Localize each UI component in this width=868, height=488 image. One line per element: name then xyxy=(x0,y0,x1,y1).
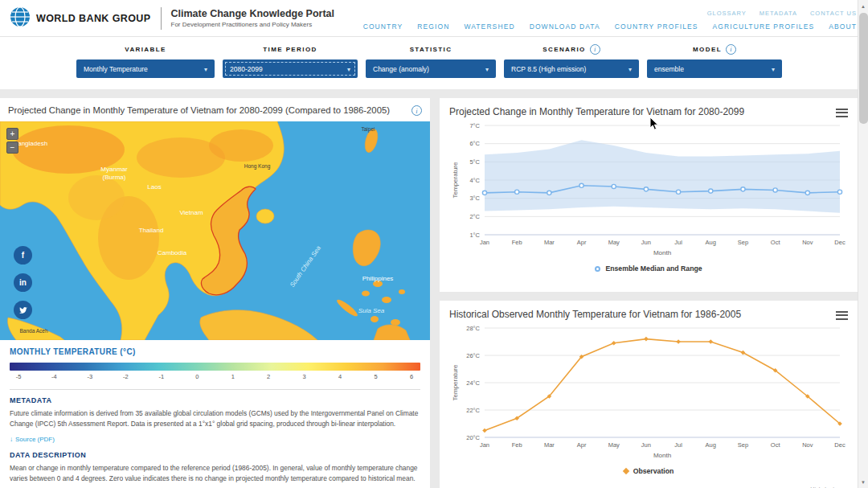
zoom-control: + − xyxy=(6,128,18,154)
worldbank-logo[interactable]: WORLD BANK GROUP xyxy=(10,6,151,31)
svg-text:Mar: Mar xyxy=(544,441,555,449)
map-label: Philippines xyxy=(362,275,394,282)
link-glossary[interactable]: GLOSSARY xyxy=(707,10,747,17)
link-contact-us[interactable]: CONTACT US xyxy=(810,10,857,17)
scrollbar-thumb[interactable] xyxy=(859,13,868,124)
nav-about[interactable]: ABOUT xyxy=(829,23,857,31)
chevron-down-icon xyxy=(772,65,775,73)
scroll-down-arrow-icon[interactable]: ▼ xyxy=(858,476,868,488)
variable-label: VARIABLE xyxy=(125,46,166,53)
time-period-dropdown[interactable]: 2080-2099 xyxy=(223,59,358,78)
scenario-dropdown[interactable]: RCP 8.5 (High emission) xyxy=(504,59,639,78)
legend-marker xyxy=(595,266,600,272)
nav-region[interactable]: REGION xyxy=(417,23,449,31)
logo-text: WORLD BANK GROUP xyxy=(36,13,151,24)
map-title: Projected Change in Monthly Temperature … xyxy=(8,105,390,115)
app-title: Climate Change Knowledge Portal xyxy=(171,8,335,19)
legend-tick: 6 xyxy=(404,373,419,380)
twitter-icon[interactable] xyxy=(14,301,32,319)
historical-chart-title: Historical Observed Monthly Temperature … xyxy=(449,309,741,320)
nav-watershed[interactable]: WATERSHED xyxy=(464,23,514,31)
legend-label[interactable]: Ensemble Median and Range xyxy=(605,265,702,273)
map-label: Vietnam xyxy=(179,209,203,216)
historical-chart: 20°C22°C24°C26°C28°CJanFebMarAprMayJunJu… xyxy=(449,322,848,466)
svg-text:1°C: 1°C xyxy=(469,232,480,239)
model-dropdown[interactable]: ensemble xyxy=(647,59,782,78)
metadata-text: Future climate information is derived fr… xyxy=(10,408,420,430)
legend-tick: 2 xyxy=(261,373,276,380)
map[interactable]: BangladeshMyanmar(Burma)LaosThailandViet… xyxy=(0,121,430,340)
map-panel: Projected Change in Monthly Temperature … xyxy=(0,98,430,488)
filter-statistic: STATISTIC Change (anomaly) xyxy=(366,43,496,78)
model-info-icon[interactable] xyxy=(726,44,736,55)
map-svg: BangladeshMyanmar(Burma)LaosThailandViet… xyxy=(0,121,430,340)
svg-text:24°C: 24°C xyxy=(466,379,480,387)
svg-text:Dec: Dec xyxy=(834,239,845,246)
zoom-in-button[interactable]: + xyxy=(6,128,18,140)
nav-country[interactable]: COUNTRY xyxy=(363,23,403,31)
svg-text:Apr: Apr xyxy=(577,239,587,246)
data-description-text: Mean or change in monthly temperature co… xyxy=(10,463,420,485)
chart-menu-icon[interactable] xyxy=(836,311,848,320)
legend-gradient-bar xyxy=(10,363,420,371)
legend-tick: -1 xyxy=(154,373,169,380)
legend-marker xyxy=(622,468,628,474)
model-label: MODEL xyxy=(693,46,722,53)
svg-text:Jan: Jan xyxy=(480,239,489,246)
svg-text:20°C: 20°C xyxy=(466,434,480,441)
page-scrollbar[interactable]: ▲ ▼ xyxy=(858,0,868,488)
main-nav: COUNTRY REGION WATERSHED DOWNLOAD DATA C… xyxy=(363,23,857,31)
svg-text:Feb: Feb xyxy=(512,239,522,246)
svg-text:Aug: Aug xyxy=(706,441,716,449)
svg-text:May: May xyxy=(608,239,620,246)
map-label: Myanmar xyxy=(100,166,128,173)
data-description-heading: DATA DESCRIPTION xyxy=(10,451,420,459)
map-label: Thailand xyxy=(139,227,164,234)
statistic-dropdown[interactable]: Change (anomaly) xyxy=(366,59,496,78)
legend-tick: 0 xyxy=(190,373,204,380)
variable-dropdown[interactable]: Monthly Temperature xyxy=(76,59,215,78)
svg-text:22°C: 22°C xyxy=(466,407,480,414)
facebook-icon[interactable]: f xyxy=(14,246,32,265)
nav-country-profiles[interactable]: COUNTRY PROFILES xyxy=(615,23,698,31)
header-divider xyxy=(161,7,162,30)
svg-text:Jun: Jun xyxy=(641,441,651,449)
legend-tick: -4 xyxy=(47,373,61,380)
filter-variable: VARIABLE Monthly Temperature xyxy=(76,43,215,78)
map-info-icon[interactable] xyxy=(411,105,422,116)
legend-ticks: -5-4-3-2-10123456 xyxy=(10,373,420,380)
chevron-down-icon xyxy=(204,65,207,73)
svg-text:Temperature: Temperature xyxy=(452,162,459,198)
projected-chart: 1°C2°C3°C4°C5°C6°C7°CJanFebMarAprMayJunJ… xyxy=(449,119,848,264)
title-block: Climate Change Knowledge Portal For Deve… xyxy=(171,8,335,28)
svg-text:Sep: Sep xyxy=(738,239,748,246)
map-label: Bangladesh xyxy=(14,140,47,147)
top-links: GLOSSARY METADATA CONTACT US xyxy=(707,10,857,17)
historical-chart-legend: Observation xyxy=(449,467,848,475)
zoom-out-button[interactable]: − xyxy=(6,141,18,154)
scenario-value: RCP 8.5 (High emission) xyxy=(511,65,586,73)
historical-chart-panel: Historical Observed Monthly Temperature … xyxy=(440,301,858,488)
scroll-up-arrow-icon[interactable]: ▲ xyxy=(858,0,868,12)
link-metadata[interactable]: METADATA xyxy=(760,10,797,17)
page: WORLD BANK GROUP Climate Change Knowledg… xyxy=(0,0,868,488)
legend-tick: -3 xyxy=(83,373,97,380)
time-period-value: 2080-2099 xyxy=(230,65,263,73)
nav-download-data[interactable]: DOWNLOAD DATA xyxy=(530,23,600,31)
filter-scenario: SCENARIO RCP 8.5 (High emission) xyxy=(504,43,639,78)
chart-menu-icon[interactable] xyxy=(836,109,848,117)
legend-label[interactable]: Observation xyxy=(633,467,674,475)
svg-text:Oct: Oct xyxy=(771,441,781,449)
projected-chart-panel: Projected Change in Monthly Temperature … xyxy=(440,98,858,292)
svg-text:Dec: Dec xyxy=(834,441,845,449)
nav-agriculture-profiles[interactable]: AGRICULTURE PROFILES xyxy=(713,23,815,31)
svg-text:Jun: Jun xyxy=(641,239,651,246)
scenario-info-icon[interactable] xyxy=(590,44,600,55)
time-period-label: TIME PERIOD xyxy=(263,46,317,53)
metadata-section: METADATA Future climate information is d… xyxy=(0,390,430,445)
svg-text:Jul: Jul xyxy=(674,441,682,449)
svg-text:Aug: Aug xyxy=(706,239,716,246)
svg-text:Nov: Nov xyxy=(802,441,813,449)
linkedin-icon[interactable]: in xyxy=(14,273,32,292)
source-pdf-link[interactable]: Source (PDF) xyxy=(10,436,55,443)
